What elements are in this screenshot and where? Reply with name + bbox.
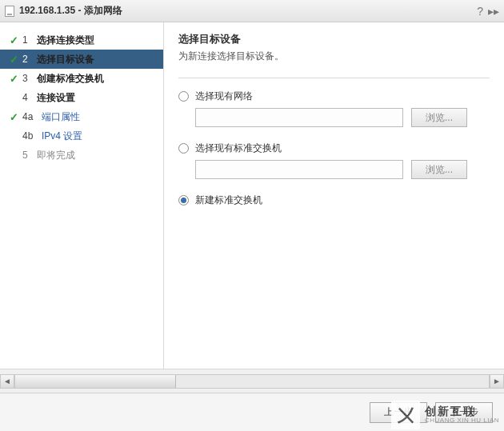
host-icon	[5, 6, 14, 17]
title-bar: 192.168.1.35 - 添加网络 ? ▸▸	[0, 0, 504, 22]
step-label: 选择目标设备	[37, 53, 94, 66]
step-num: 4	[22, 92, 37, 103]
step-1[interactable]: ✓ 1 选择连接类型	[0, 30, 163, 50]
browse-button[interactable]: 浏览...	[411, 160, 467, 179]
option-label: 选择现有标准交换机	[195, 142, 282, 155]
content-pane: 选择目标设备 为新连接选择目标设备。 选择现有网络 浏览... 选择现有标准交换…	[164, 22, 504, 369]
option-new-vswitch[interactable]: 新建标准交换机	[178, 194, 490, 207]
step-label: 端口属性	[42, 110, 80, 124]
radio-icon[interactable]	[178, 143, 189, 154]
step-4b[interactable]: 4b IPv4 设置	[0, 126, 163, 146]
check-icon: ✓	[8, 34, 19, 46]
divider	[178, 78, 490, 78]
step-label: IPv4 设置	[42, 130, 82, 143]
content-heading: 选择目标设备	[178, 32, 490, 46]
next-button[interactable]: 下一步	[435, 402, 493, 423]
step-label: 连接设置	[37, 91, 75, 105]
scroll-right-arrow-icon[interactable]: ►	[490, 374, 504, 389]
browse-button[interactable]: 浏览...	[411, 108, 467, 127]
scroll-track[interactable]	[14, 374, 490, 389]
step-4a[interactable]: ✓ 4a 端口属性	[0, 107, 163, 126]
content-subheading: 为新连接选择目标设备。	[178, 50, 490, 63]
option-existing-network[interactable]: 选择现有网络	[178, 90, 490, 103]
step-num: 3	[22, 73, 37, 84]
option-label: 选择现有网络	[195, 90, 253, 103]
check-icon: ✓	[8, 111, 19, 123]
step-4[interactable]: 4 连接设置	[0, 88, 163, 107]
existing-vswitch-input[interactable]	[195, 160, 403, 179]
existing-network-input[interactable]	[195, 108, 403, 127]
expand-icon[interactable]: ▸▸	[488, 5, 499, 18]
step-num: 2	[22, 54, 37, 65]
scroll-thumb[interactable]	[15, 375, 176, 388]
radio-icon[interactable]	[178, 91, 189, 102]
step-2[interactable]: ✓ 2 选择目标设备	[0, 50, 163, 69]
content-header: 选择目标设备 为新连接选择目标设备。	[178, 32, 490, 63]
option-existing-vswitch[interactable]: 选择现有标准交换机	[178, 142, 490, 155]
help-icon[interactable]: ?	[477, 5, 483, 18]
step-num: 5	[22, 150, 37, 161]
check-icon: ✓	[8, 73, 19, 85]
scroll-left-arrow-icon[interactable]: ◄	[0, 374, 14, 389]
step-label: 即将完成	[37, 149, 75, 162]
back-button[interactable]: 上一步	[370, 402, 427, 423]
step-5: 5 即将完成	[0, 146, 163, 165]
step-3[interactable]: ✓ 3 创建标准交换机	[0, 69, 163, 88]
window-title: 192.168.1.35 - 添加网络	[19, 4, 472, 18]
footer: 上一步 下一步 〤 创新互联 CHUANG XIN HU LIAN	[0, 393, 504, 431]
existing-vswitch-input-row: 浏览...	[178, 160, 490, 179]
step-num: 1	[22, 34, 37, 46]
wizard-sidebar: ✓ 1 选择连接类型 ✓ 2 选择目标设备 ✓ 3 创建标准交换机 4 连接设置…	[0, 22, 164, 369]
step-label: 创建标准交换机	[37, 72, 104, 86]
radio-icon[interactable]	[178, 195, 189, 206]
check-icon: ✓	[8, 54, 19, 66]
step-num: 4b	[22, 130, 42, 142]
main-area: ✓ 1 选择连接类型 ✓ 2 选择目标设备 ✓ 3 创建标准交换机 4 连接设置…	[0, 22, 504, 369]
step-label: 选择连接类型	[37, 34, 94, 47]
option-label: 新建标准交换机	[195, 194, 262, 207]
step-num: 4a	[22, 111, 42, 122]
horizontal-scrollbar[interactable]: ◄ ►	[0, 369, 504, 393]
existing-network-input-row: 浏览...	[178, 108, 490, 127]
